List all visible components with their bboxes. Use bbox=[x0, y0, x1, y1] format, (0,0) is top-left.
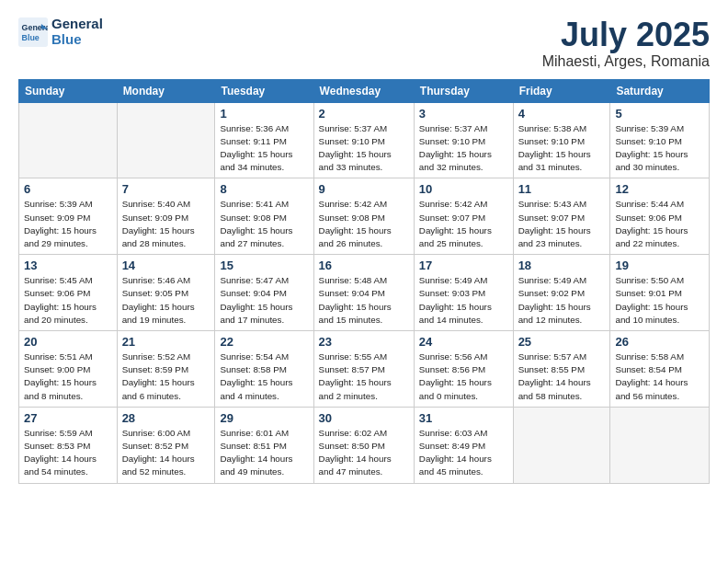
day-number: 16 bbox=[319, 259, 409, 272]
day-info: Sunrise: 5:49 AMSunset: 9:03 PMDaylight:… bbox=[419, 274, 508, 327]
day-info: Sunrise: 5:49 AMSunset: 9:02 PMDaylight:… bbox=[518, 274, 606, 327]
calendar-cell: 24Sunrise: 5:56 AMSunset: 8:56 PMDayligh… bbox=[414, 331, 513, 408]
day-info: Sunrise: 5:58 AMSunset: 8:54 PMDaylight:… bbox=[615, 350, 704, 403]
day-number: 5 bbox=[615, 107, 704, 121]
day-number: 4 bbox=[518, 107, 606, 121]
day-info: Sunrise: 6:03 AMSunset: 8:49 PMDaylight:… bbox=[419, 427, 508, 479]
day-info: Sunrise: 6:02 AMSunset: 8:50 PMDaylight:… bbox=[319, 427, 409, 479]
calendar-cell: 19Sunrise: 5:50 AMSunset: 9:01 PMDayligh… bbox=[610, 255, 710, 331]
day-number: 10 bbox=[419, 182, 508, 196]
day-info: Sunrise: 5:39 AMSunset: 9:10 PMDaylight:… bbox=[615, 122, 704, 175]
day-info: Sunrise: 5:43 AMSunset: 9:07 PMDaylight:… bbox=[518, 198, 606, 250]
day-number: 15 bbox=[220, 259, 308, 272]
calendar-cell bbox=[19, 102, 118, 178]
calendar-cell: 3Sunrise: 5:37 AMSunset: 9:10 PMDaylight… bbox=[414, 102, 513, 178]
calendar-cell: 26Sunrise: 5:58 AMSunset: 8:54 PMDayligh… bbox=[610, 331, 710, 408]
day-info: Sunrise: 5:38 AMSunset: 9:10 PMDaylight:… bbox=[518, 122, 606, 175]
day-number: 2 bbox=[319, 107, 409, 121]
calendar-cell: 2Sunrise: 5:37 AMSunset: 9:10 PMDaylight… bbox=[313, 102, 414, 178]
day-info: Sunrise: 5:46 AMSunset: 9:05 PMDaylight:… bbox=[122, 274, 210, 327]
day-info: Sunrise: 5:41 AMSunset: 9:08 PMDaylight:… bbox=[220, 198, 308, 250]
day-number: 24 bbox=[419, 335, 508, 349]
calendar-header-row: SundayMondayTuesdayWednesdayThursdayFrid… bbox=[19, 79, 710, 102]
day-info: Sunrise: 5:47 AMSunset: 9:04 PMDaylight:… bbox=[220, 274, 308, 327]
calendar-week-row: 6Sunrise: 5:39 AMSunset: 9:09 PMDaylight… bbox=[19, 178, 710, 255]
day-info: Sunrise: 6:01 AMSunset: 8:51 PMDaylight:… bbox=[220, 427, 308, 479]
calendar-cell: 29Sunrise: 6:01 AMSunset: 8:51 PMDayligh… bbox=[215, 407, 313, 483]
calendar-week-row: 27Sunrise: 5:59 AMSunset: 8:53 PMDayligh… bbox=[19, 407, 710, 483]
day-number: 14 bbox=[122, 259, 210, 272]
calendar-cell: 20Sunrise: 5:51 AMSunset: 9:00 PMDayligh… bbox=[19, 331, 118, 408]
day-number: 11 bbox=[518, 182, 606, 196]
calendar-cell: 7Sunrise: 5:40 AMSunset: 9:09 PMDaylight… bbox=[117, 178, 215, 255]
day-number: 29 bbox=[220, 411, 308, 425]
calendar-cell: 27Sunrise: 5:59 AMSunset: 8:53 PMDayligh… bbox=[19, 407, 118, 483]
day-number: 17 bbox=[419, 259, 508, 272]
calendar-header-saturday: Saturday bbox=[610, 79, 710, 102]
calendar-table: SundayMondayTuesdayWednesdayThursdayFrid… bbox=[18, 79, 710, 484]
day-info: Sunrise: 5:52 AMSunset: 8:59 PMDaylight:… bbox=[122, 350, 210, 403]
day-number: 9 bbox=[319, 182, 409, 196]
calendar-cell: 18Sunrise: 5:49 AMSunset: 9:02 PMDayligh… bbox=[513, 255, 610, 331]
day-info: Sunrise: 5:37 AMSunset: 9:10 PMDaylight:… bbox=[419, 122, 508, 175]
calendar-cell: 31Sunrise: 6:03 AMSunset: 8:49 PMDayligh… bbox=[414, 407, 513, 483]
day-number: 19 bbox=[615, 259, 704, 272]
day-info: Sunrise: 5:42 AMSunset: 9:07 PMDaylight:… bbox=[419, 198, 508, 250]
calendar-cell: 14Sunrise: 5:46 AMSunset: 9:05 PMDayligh… bbox=[117, 255, 215, 331]
day-number: 23 bbox=[319, 335, 409, 349]
day-info: Sunrise: 5:37 AMSunset: 9:10 PMDaylight:… bbox=[319, 122, 409, 175]
calendar-week-row: 13Sunrise: 5:45 AMSunset: 9:06 PMDayligh… bbox=[19, 255, 710, 331]
calendar-header-thursday: Thursday bbox=[414, 79, 513, 102]
day-number: 25 bbox=[518, 335, 606, 349]
day-number: 6 bbox=[24, 182, 112, 196]
logo: General Blue General Blue bbox=[18, 17, 103, 47]
title-block: July 2025 Mihaesti, Arges, Romania bbox=[542, 17, 710, 70]
day-info: Sunrise: 5:40 AMSunset: 9:09 PMDaylight:… bbox=[122, 198, 210, 250]
day-info: Sunrise: 5:42 AMSunset: 9:08 PMDaylight:… bbox=[319, 198, 409, 250]
day-info: Sunrise: 5:55 AMSunset: 8:57 PMDaylight:… bbox=[319, 350, 409, 403]
day-number: 3 bbox=[419, 107, 508, 121]
day-info: Sunrise: 5:36 AMSunset: 9:11 PMDaylight:… bbox=[220, 122, 308, 175]
calendar-cell: 28Sunrise: 6:00 AMSunset: 8:52 PMDayligh… bbox=[117, 407, 215, 483]
svg-text:Blue: Blue bbox=[22, 32, 40, 41]
day-number: 27 bbox=[24, 411, 112, 425]
calendar-week-row: 1Sunrise: 5:36 AMSunset: 9:11 PMDaylight… bbox=[19, 102, 710, 178]
calendar-cell: 9Sunrise: 5:42 AMSunset: 9:08 PMDaylight… bbox=[313, 178, 414, 255]
day-number: 8 bbox=[220, 182, 308, 196]
calendar-cell: 8Sunrise: 5:41 AMSunset: 9:08 PMDaylight… bbox=[215, 178, 313, 255]
calendar-cell: 4Sunrise: 5:38 AMSunset: 9:10 PMDaylight… bbox=[513, 102, 610, 178]
calendar-cell bbox=[610, 407, 710, 483]
calendar-week-row: 20Sunrise: 5:51 AMSunset: 9:00 PMDayligh… bbox=[19, 331, 710, 408]
calendar-cell bbox=[513, 407, 610, 483]
calendar-cell: 17Sunrise: 5:49 AMSunset: 9:03 PMDayligh… bbox=[414, 255, 513, 331]
day-number: 22 bbox=[220, 335, 308, 349]
calendar-cell: 10Sunrise: 5:42 AMSunset: 9:07 PMDayligh… bbox=[414, 178, 513, 255]
day-info: Sunrise: 5:56 AMSunset: 8:56 PMDaylight:… bbox=[419, 350, 508, 403]
calendar-cell: 6Sunrise: 5:39 AMSunset: 9:09 PMDaylight… bbox=[19, 178, 118, 255]
day-number: 1 bbox=[220, 107, 308, 121]
calendar-cell: 15Sunrise: 5:47 AMSunset: 9:04 PMDayligh… bbox=[215, 255, 313, 331]
calendar-header-friday: Friday bbox=[513, 79, 610, 102]
page: General Blue General Blue July 2025 Miha… bbox=[0, 0, 728, 563]
logo-text: General Blue bbox=[51, 17, 103, 47]
day-number: 12 bbox=[615, 182, 704, 196]
calendar-cell: 1Sunrise: 5:36 AMSunset: 9:11 PMDaylight… bbox=[215, 102, 313, 178]
day-number: 18 bbox=[518, 259, 606, 272]
main-title: July 2025 bbox=[542, 17, 710, 53]
calendar-cell: 5Sunrise: 5:39 AMSunset: 9:10 PMDaylight… bbox=[610, 102, 710, 178]
day-number: 13 bbox=[24, 259, 112, 272]
day-info: Sunrise: 5:51 AMSunset: 9:00 PMDaylight:… bbox=[24, 350, 112, 403]
calendar-cell: 13Sunrise: 5:45 AMSunset: 9:06 PMDayligh… bbox=[19, 255, 118, 331]
calendar-header-sunday: Sunday bbox=[19, 79, 118, 102]
day-number: 26 bbox=[615, 335, 704, 349]
header: General Blue General Blue July 2025 Miha… bbox=[18, 17, 710, 70]
calendar-cell: 30Sunrise: 6:02 AMSunset: 8:50 PMDayligh… bbox=[313, 407, 414, 483]
day-info: Sunrise: 5:59 AMSunset: 8:53 PMDaylight:… bbox=[24, 427, 112, 479]
day-number: 28 bbox=[122, 411, 210, 425]
calendar-cell: 12Sunrise: 5:44 AMSunset: 9:06 PMDayligh… bbox=[610, 178, 710, 255]
day-number: 20 bbox=[24, 335, 112, 349]
subtitle: Mihaesti, Arges, Romania bbox=[542, 53, 710, 70]
calendar-cell: 11Sunrise: 5:43 AMSunset: 9:07 PMDayligh… bbox=[513, 178, 610, 255]
calendar-header-tuesday: Tuesday bbox=[215, 79, 313, 102]
day-info: Sunrise: 5:57 AMSunset: 8:55 PMDaylight:… bbox=[518, 350, 606, 403]
